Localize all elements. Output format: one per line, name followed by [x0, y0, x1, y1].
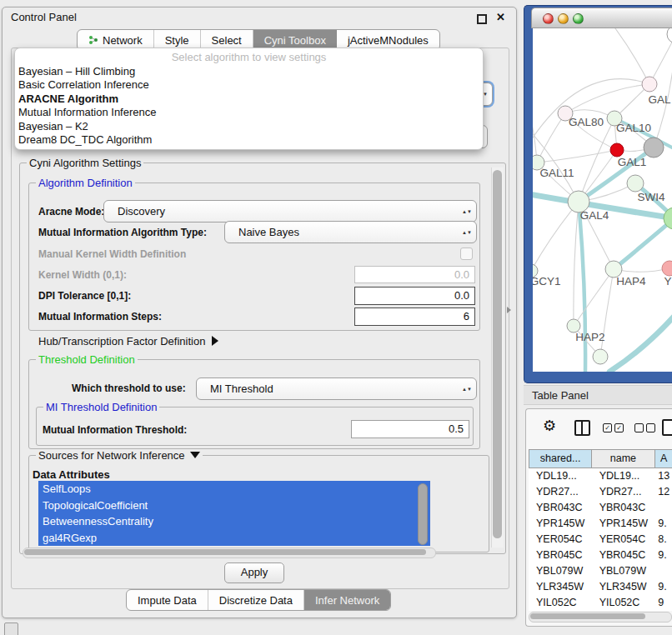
list-scrollbar[interactable]	[418, 483, 428, 545]
hub-definition-toggle[interactable]: Hub/Transcription Factor Definition	[38, 335, 218, 348]
table-cell: 9.	[654, 516, 672, 532]
table-header-row: shared...nameA	[529, 449, 672, 468]
edge	[609, 310, 672, 372]
node-label: GAL11	[539, 167, 574, 179]
unchecked-box-icon	[646, 423, 655, 432]
node-GAL1[interactable]	[610, 143, 624, 157]
deselect-all-columns-icon[interactable]	[634, 423, 655, 432]
which-threshold-combobox[interactable]: MI Threshold ▲▼	[196, 378, 477, 400]
attribute-item[interactable]: BetweennessCentrality	[38, 513, 430, 530]
node-bottom-node[interactable]	[593, 349, 608, 364]
data-attributes-list[interactable]: SelfLoopsTopologicalCoefficientBetweenne…	[38, 481, 430, 546]
apply-button[interactable]: Apply	[224, 562, 284, 583]
zoom-traffic-light[interactable]	[573, 13, 584, 24]
table-row[interactable]: YBL079WYBL079W	[529, 563, 672, 579]
node-top-white[interactable]	[667, 28, 672, 43]
minimized-panel-button[interactable]	[4, 622, 18, 635]
algorithm-option[interactable]: ARACNE Algorithm	[15, 92, 483, 106]
table-panel-titlebar: Table Panel	[524, 385, 672, 405]
table-row[interactable]: YDR27...YDR27...12	[529, 484, 672, 500]
table-body: YDL19...YDL19...13YDR27...YDR27...12YBR0…	[529, 468, 672, 611]
network-window-titlebar[interactable]	[531, 8, 672, 28]
split-columns-icon[interactable]	[574, 420, 590, 436]
tab-label: Network	[103, 34, 143, 47]
node-label: Y	[664, 275, 671, 288]
settings-vertical-scrollbar[interactable]	[491, 168, 504, 548]
combo-stepper-icon: ▲▼	[462, 208, 472, 214]
aracne-mode-label: Aracne Mode:	[38, 206, 104, 218]
tab-infer-network[interactable]: Infer Network	[304, 590, 390, 610]
close-icon[interactable]: ✕	[496, 11, 505, 23]
table-row[interactable]: YPR145WYPR145W9.	[529, 516, 672, 532]
table-cell: YBL079W	[529, 563, 592, 579]
tab-label: jActiveMNodules	[348, 34, 429, 47]
float-window-icon[interactable]	[477, 14, 487, 24]
close-traffic-light[interactable]	[543, 13, 554, 24]
algorithm-option[interactable]: Dream8 DC_TDC Algorithm	[15, 133, 483, 147]
node-gray-node[interactable]	[644, 138, 664, 158]
gear-icon[interactable]: ⚙	[543, 418, 556, 433]
node-label: GAL80	[569, 116, 604, 128]
column-header[interactable]: shared...	[529, 450, 592, 468]
scrollbar-thumb[interactable]	[530, 613, 645, 619]
column-header[interactable]: A	[655, 450, 672, 468]
algorithm-option[interactable]: Bayesian – Hill Climbing	[15, 65, 483, 78]
mi-threshold-input[interactable]: 0.5	[351, 420, 469, 438]
tab-discretize-data[interactable]: Discretize Data	[208, 590, 304, 610]
network-canvas[interactable]: GALGAL80GAL10GAL1GAL11SWI4GAL4GCY1HAP4YH…	[533, 28, 672, 372]
table-cell: YPR145W	[592, 516, 655, 532]
node-label: HAP2	[575, 331, 604, 343]
manual-kernel-checkbox[interactable]	[460, 248, 473, 260]
mi-type-combobox[interactable]: Naive Bayes ▲▼	[224, 221, 477, 243]
node-table: shared...nameA YDL19...YDL19...13YDR27..…	[529, 449, 672, 611]
table-horizontal-scrollbar[interactable]	[529, 612, 672, 622]
select-all-columns-icon[interactable]: ✓✓	[603, 423, 624, 432]
table-mode-icon[interactable]	[662, 419, 672, 436]
table-cell: YBR043C	[592, 500, 655, 516]
node-salmon-Y[interactable]	[662, 261, 672, 276]
scrollbar-thumb[interactable]	[493, 170, 502, 538]
settings-horizontal-scrollbar[interactable]	[23, 548, 436, 558]
splitpane-collapse-arrow[interactable]	[507, 307, 511, 313]
table-cell: YIL052C	[592, 595, 655, 611]
table-cell: YPR145W	[529, 516, 592, 532]
table-row[interactable]: YIL052CYIL052C9	[529, 595, 672, 611]
attribute-item[interactable]: SelfLoops	[38, 481, 430, 498]
tab-impute-data[interactable]: Impute Data	[127, 590, 208, 610]
scrollbar-thumb[interactable]	[24, 549, 426, 555]
attribute-item[interactable]: TopologicalCoefficient	[38, 498, 430, 514]
aracne-mode-combobox[interactable]: Discovery ▲▼	[103, 200, 477, 222]
group-title: Cyni Algorithm Settings	[27, 157, 143, 169]
sources-title: Sources for Network Inference	[38, 449, 185, 462]
algorithm-option[interactable]: Basic Correlation Inference	[15, 78, 483, 92]
edge	[600, 269, 614, 357]
attribute-item[interactable]: gal4RGexp	[38, 530, 430, 547]
edge	[613, 28, 649, 84]
table-row[interactable]: YBR043CYBR043C	[529, 500, 672, 516]
algorithm-option[interactable]: Bayesian – K2	[15, 120, 483, 133]
tab-label: Infer Network	[315, 594, 379, 607]
sources-toggle[interactable]: Sources for Network Inference	[36, 449, 203, 462]
table-cell: YDR27...	[529, 484, 592, 500]
node-SWI4[interactable]	[627, 175, 644, 192]
column-header[interactable]: name	[592, 450, 654, 468]
edge	[533, 79, 649, 145]
edge	[649, 34, 672, 84]
checked-box-icon: ✓	[614, 423, 624, 432]
table-row[interactable]: YLR345WYLR345W9.	[529, 579, 672, 595]
dpi-tolerance-input[interactable]: 0.0	[354, 287, 475, 305]
table-cell: 13	[654, 468, 672, 484]
algorithm-option[interactable]: Mutual Information Inference	[15, 106, 483, 119]
table-row[interactable]: YBR045CYBR045C9.	[529, 548, 672, 563]
table-row[interactable]: YDL19...YDL19...13	[529, 468, 672, 484]
table-row[interactable]: YER054CYER054C8.	[529, 532, 672, 548]
kernel-width-input[interactable]: 0.0	[354, 266, 475, 283]
table-cell: YDR27...	[592, 484, 655, 500]
minimize-traffic-light[interactable]	[558, 13, 569, 24]
combo-value: Naive Bayes	[238, 222, 299, 242]
table-cell: 8.	[654, 532, 672, 548]
table-cell: YBR043C	[529, 500, 592, 516]
node-GAL-cut[interactable]	[642, 77, 657, 92]
node-label: GAL10	[616, 122, 651, 134]
mi-steps-input[interactable]: 6	[354, 308, 475, 326]
